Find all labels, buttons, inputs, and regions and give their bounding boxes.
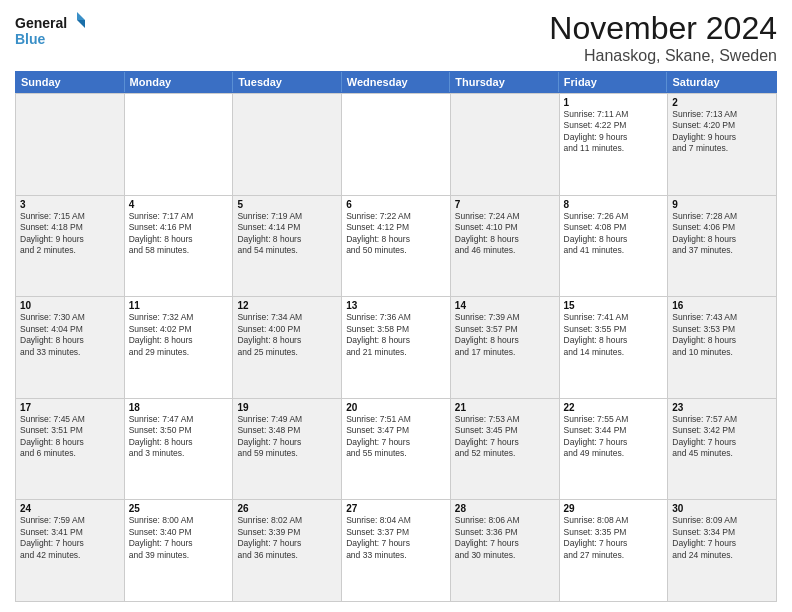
day-number-22: 22 bbox=[564, 402, 664, 413]
day-3: 3Sunrise: 7:15 AM Sunset: 4:18 PM Daylig… bbox=[16, 195, 125, 297]
day-info-13: Sunrise: 7:36 AM Sunset: 3:58 PM Dayligh… bbox=[346, 312, 446, 358]
day-9: 9Sunrise: 7:28 AM Sunset: 4:06 PM Daylig… bbox=[668, 195, 777, 297]
day-number-2: 2 bbox=[672, 97, 772, 108]
day-info-24: Sunrise: 7:59 AM Sunset: 3:41 PM Dayligh… bbox=[20, 515, 120, 561]
day-info-5: Sunrise: 7:19 AM Sunset: 4:14 PM Dayligh… bbox=[237, 211, 337, 257]
day-10: 10Sunrise: 7:30 AM Sunset: 4:04 PM Dayli… bbox=[16, 296, 125, 398]
day-info-8: Sunrise: 7:26 AM Sunset: 4:08 PM Dayligh… bbox=[564, 211, 664, 257]
day-12: 12Sunrise: 7:34 AM Sunset: 4:00 PM Dayli… bbox=[233, 296, 342, 398]
day-4: 4Sunrise: 7:17 AM Sunset: 4:16 PM Daylig… bbox=[125, 195, 234, 297]
day-24: 24Sunrise: 7:59 AM Sunset: 3:41 PM Dayli… bbox=[16, 499, 125, 601]
day-number-17: 17 bbox=[20, 402, 120, 413]
day-number-11: 11 bbox=[129, 300, 229, 311]
day-info-7: Sunrise: 7:24 AM Sunset: 4:10 PM Dayligh… bbox=[455, 211, 555, 257]
day-info-22: Sunrise: 7:55 AM Sunset: 3:44 PM Dayligh… bbox=[564, 414, 664, 460]
day-info-1: Sunrise: 7:11 AM Sunset: 4:22 PM Dayligh… bbox=[564, 109, 664, 155]
day-23: 23Sunrise: 7:57 AM Sunset: 3:42 PM Dayli… bbox=[668, 398, 777, 500]
day-25: 25Sunrise: 8:00 AM Sunset: 3:40 PM Dayli… bbox=[125, 499, 234, 601]
day-number-28: 28 bbox=[455, 503, 555, 514]
day-number-27: 27 bbox=[346, 503, 446, 514]
day-info-16: Sunrise: 7:43 AM Sunset: 3:53 PM Dayligh… bbox=[672, 312, 772, 358]
header-sunday: Sunday bbox=[16, 72, 125, 92]
week-row-0: 1Sunrise: 7:11 AM Sunset: 4:22 PM Daylig… bbox=[16, 93, 777, 195]
header-monday: Monday bbox=[125, 72, 234, 92]
month-title: November 2024 bbox=[549, 10, 777, 47]
day-1: 1Sunrise: 7:11 AM Sunset: 4:22 PM Daylig… bbox=[560, 93, 669, 195]
header-friday: Friday bbox=[559, 72, 668, 92]
day-info-4: Sunrise: 7:17 AM Sunset: 4:16 PM Dayligh… bbox=[129, 211, 229, 257]
svg-marker-2 bbox=[77, 12, 85, 20]
svg-text:Blue: Blue bbox=[15, 31, 46, 47]
day-number-13: 13 bbox=[346, 300, 446, 311]
week-row-2: 10Sunrise: 7:30 AM Sunset: 4:04 PM Dayli… bbox=[16, 296, 777, 398]
day-19: 19Sunrise: 7:49 AM Sunset: 3:48 PM Dayli… bbox=[233, 398, 342, 500]
day-number-9: 9 bbox=[672, 199, 772, 210]
week-row-3: 17Sunrise: 7:45 AM Sunset: 3:51 PM Dayli… bbox=[16, 398, 777, 500]
day-info-20: Sunrise: 7:51 AM Sunset: 3:47 PM Dayligh… bbox=[346, 414, 446, 460]
day-8: 8Sunrise: 7:26 AM Sunset: 4:08 PM Daylig… bbox=[560, 195, 669, 297]
day-number-12: 12 bbox=[237, 300, 337, 311]
day-number-7: 7 bbox=[455, 199, 555, 210]
day-27: 27Sunrise: 8:04 AM Sunset: 3:37 PM Dayli… bbox=[342, 499, 451, 601]
day-22: 22Sunrise: 7:55 AM Sunset: 3:44 PM Dayli… bbox=[560, 398, 669, 500]
week-row-1: 3Sunrise: 7:15 AM Sunset: 4:18 PM Daylig… bbox=[16, 195, 777, 297]
day-number-16: 16 bbox=[672, 300, 772, 311]
svg-marker-3 bbox=[77, 20, 85, 28]
title-section: November 2024 Hanaskog, Skane, Sweden bbox=[549, 10, 777, 65]
day-5: 5Sunrise: 7:19 AM Sunset: 4:14 PM Daylig… bbox=[233, 195, 342, 297]
day-info-6: Sunrise: 7:22 AM Sunset: 4:12 PM Dayligh… bbox=[346, 211, 446, 257]
day-number-6: 6 bbox=[346, 199, 446, 210]
header-wednesday: Wednesday bbox=[342, 72, 451, 92]
day-info-3: Sunrise: 7:15 AM Sunset: 4:18 PM Dayligh… bbox=[20, 211, 120, 257]
day-6: 6Sunrise: 7:22 AM Sunset: 4:12 PM Daylig… bbox=[342, 195, 451, 297]
day-info-28: Sunrise: 8:06 AM Sunset: 3:36 PM Dayligh… bbox=[455, 515, 555, 561]
day-info-14: Sunrise: 7:39 AM Sunset: 3:57 PM Dayligh… bbox=[455, 312, 555, 358]
header-thursday: Thursday bbox=[450, 72, 559, 92]
day-number-15: 15 bbox=[564, 300, 664, 311]
header-saturday: Saturday bbox=[667, 72, 776, 92]
day-20: 20Sunrise: 7:51 AM Sunset: 3:47 PM Dayli… bbox=[342, 398, 451, 500]
day-info-25: Sunrise: 8:00 AM Sunset: 3:40 PM Dayligh… bbox=[129, 515, 229, 561]
day-26: 26Sunrise: 8:02 AM Sunset: 3:39 PM Dayli… bbox=[233, 499, 342, 601]
day-15: 15Sunrise: 7:41 AM Sunset: 3:55 PM Dayli… bbox=[560, 296, 669, 398]
day-number-24: 24 bbox=[20, 503, 120, 514]
day-number-18: 18 bbox=[129, 402, 229, 413]
empty-cell bbox=[451, 93, 560, 195]
svg-text:General: General bbox=[15, 15, 67, 31]
day-11: 11Sunrise: 7:32 AM Sunset: 4:02 PM Dayli… bbox=[125, 296, 234, 398]
day-info-9: Sunrise: 7:28 AM Sunset: 4:06 PM Dayligh… bbox=[672, 211, 772, 257]
day-info-11: Sunrise: 7:32 AM Sunset: 4:02 PM Dayligh… bbox=[129, 312, 229, 358]
day-number-20: 20 bbox=[346, 402, 446, 413]
day-18: 18Sunrise: 7:47 AM Sunset: 3:50 PM Dayli… bbox=[125, 398, 234, 500]
day-number-30: 30 bbox=[672, 503, 772, 514]
day-info-10: Sunrise: 7:30 AM Sunset: 4:04 PM Dayligh… bbox=[20, 312, 120, 358]
logo-svg: General Blue bbox=[15, 10, 85, 50]
empty-cell bbox=[342, 93, 451, 195]
day-number-8: 8 bbox=[564, 199, 664, 210]
day-info-27: Sunrise: 8:04 AM Sunset: 3:37 PM Dayligh… bbox=[346, 515, 446, 561]
day-info-2: Sunrise: 7:13 AM Sunset: 4:20 PM Dayligh… bbox=[672, 109, 772, 155]
day-info-23: Sunrise: 7:57 AM Sunset: 3:42 PM Dayligh… bbox=[672, 414, 772, 460]
day-info-30: Sunrise: 8:09 AM Sunset: 3:34 PM Dayligh… bbox=[672, 515, 772, 561]
day-number-5: 5 bbox=[237, 199, 337, 210]
calendar: Sunday Monday Tuesday Wednesday Thursday… bbox=[15, 71, 777, 602]
day-13: 13Sunrise: 7:36 AM Sunset: 3:58 PM Dayli… bbox=[342, 296, 451, 398]
location: Hanaskog, Skane, Sweden bbox=[549, 47, 777, 65]
calendar-header: Sunday Monday Tuesday Wednesday Thursday… bbox=[15, 71, 777, 93]
day-14: 14Sunrise: 7:39 AM Sunset: 3:57 PM Dayli… bbox=[451, 296, 560, 398]
empty-cell bbox=[233, 93, 342, 195]
day-16: 16Sunrise: 7:43 AM Sunset: 3:53 PM Dayli… bbox=[668, 296, 777, 398]
day-info-17: Sunrise: 7:45 AM Sunset: 3:51 PM Dayligh… bbox=[20, 414, 120, 460]
day-2: 2Sunrise: 7:13 AM Sunset: 4:20 PM Daylig… bbox=[668, 93, 777, 195]
week-row-4: 24Sunrise: 7:59 AM Sunset: 3:41 PM Dayli… bbox=[16, 499, 777, 601]
day-number-25: 25 bbox=[129, 503, 229, 514]
header-tuesday: Tuesday bbox=[233, 72, 342, 92]
day-number-10: 10 bbox=[20, 300, 120, 311]
logo: General Blue bbox=[15, 10, 85, 50]
day-17: 17Sunrise: 7:45 AM Sunset: 3:51 PM Dayli… bbox=[16, 398, 125, 500]
day-number-26: 26 bbox=[237, 503, 337, 514]
day-info-21: Sunrise: 7:53 AM Sunset: 3:45 PM Dayligh… bbox=[455, 414, 555, 460]
day-info-26: Sunrise: 8:02 AM Sunset: 3:39 PM Dayligh… bbox=[237, 515, 337, 561]
day-7: 7Sunrise: 7:24 AM Sunset: 4:10 PM Daylig… bbox=[451, 195, 560, 297]
day-30: 30Sunrise: 8:09 AM Sunset: 3:34 PM Dayli… bbox=[668, 499, 777, 601]
